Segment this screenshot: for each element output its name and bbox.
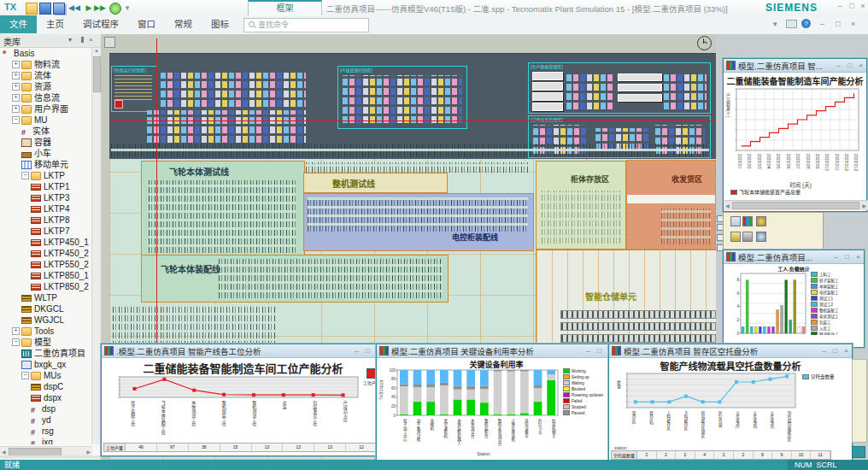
command-search-box[interactable]: 查找命令 [243,18,369,32]
scrollbar-thumb[interactable] [93,56,101,92]
window-title-bar[interactable]: 模型.二重仿真项目 关键设备利用率分析 – □ × [377,344,616,358]
tree-item-LKTP4[interactable]: LKTP4 [0,203,92,214]
tree-expander-icon[interactable]: + [12,327,20,335]
tree-vertical-scrollbar[interactable]: ▲ [91,48,101,444]
tree-item-信息流[interactable]: +信息流 [0,92,92,103]
tree-item-DKGCL[interactable]: DKGCL [0,303,92,314]
chart-icon[interactable] [742,216,753,226]
tree-item-bxgk_qx[interactable]: bxgk_qx [0,359,92,370]
play-simulation-icon[interactable]: ▶ [84,3,94,13]
tree-item-dspC[interactable]: dspC [0,381,92,392]
tree-item-实体[interactable]: 实体 [0,126,92,137]
tree-expander-icon[interactable]: + [12,72,20,79]
frame-tab[interactable]: 框架 [248,0,322,16]
child-close-button[interactable]: × [851,20,855,28]
ribbon-tab-文件[interactable]: 文件 [0,15,37,33]
scroll-left-icon[interactable]: ◀ [2,449,6,455]
close-button[interactable]: × [855,62,866,69]
ribbon-tab-常规[interactable]: 常规 [165,15,202,33]
panel-menu-icon[interactable]: ▾ [68,36,72,44]
tree-item-物料流[interactable]: +物料流 [0,59,92,70]
save-icon[interactable] [39,3,51,15]
child-restore-button[interactable]: □ [836,20,840,28]
tree-item-dsp[interactable]: dsp [0,403,92,414]
tree-item-rsg[interactable]: rsg [0,426,92,437]
tree-item-Basis[interactable]: Basis [0,48,92,59]
minimize-button[interactable]: – [833,62,844,69]
window-title-bar[interactable]: 模型.二重仿真项目 暂存区空托盘分析 – □ × [609,344,852,358]
tree-item-用户界面[interactable]: +用户界面 [0,103,92,115]
save-all-icon[interactable] [53,3,65,15]
tree-item-LKTP8[interactable]: LKTP8 [0,214,92,226]
open-model-icon[interactable] [26,3,38,15]
tree-item-LKTP850_2[interactable]: LKTP850_2 [0,281,92,292]
maximize-button[interactable]: □ [830,347,841,355]
table-icon[interactable] [730,216,741,226]
tree-item-LKTP7[interactable]: LKTP7 [0,226,92,237]
tree-item-LKTP3[interactable]: LKTP3 [0,192,92,203]
tree-item-WGJCL[interactable]: WGJCL [0,314,92,326]
tree-expander-icon[interactable]: − [12,338,20,346]
pin-icon[interactable] [81,37,84,43]
tree-item-Tools[interactable]: +Tools [0,326,92,337]
tree-item-yd[interactable]: yd [0,414,92,426]
minimize-button[interactable]: – [351,347,362,355]
window-title-bar[interactable]: .模型.二重仿真项目 智能产线各工位分析 – □ × [102,344,384,358]
tree-expander-icon[interactable]: + [12,105,20,113]
scroll-left-icon[interactable]: ◀ [725,203,730,209]
maximize-button[interactable]: □ [846,2,858,10]
tree-item-流体[interactable]: +流体 [0,70,92,81]
reset-simulation-icon[interactable]: ◀◀ [68,3,79,13]
ribbon-tab-调试程序[interactable]: 调试程序 [73,15,128,33]
minimize-button[interactable]: – [834,2,846,10]
drive-icon[interactable] [730,232,741,242]
tree-expander-icon[interactable]: − [21,172,29,179]
minimize-button[interactable]: – [818,347,830,355]
scroll-right-icon[interactable]: ▶ [86,449,91,455]
tree-item-jxg[interactable]: jxg [0,437,92,444]
close-button[interactable]: × [857,2,868,10]
tree-item-移动单元[interactable]: 移动单元 [0,159,92,170]
panel-close-icon[interactable]: × [89,36,93,44]
tree-expander-icon[interactable]: + [12,94,20,102]
display-icon[interactable] [786,20,797,28]
tree-item-模型[interactable]: −模型 [0,337,92,348]
maximize-button[interactable]: □ [594,347,605,355]
tree-item-LKTP450_1[interactable]: LKTP450_1 [0,237,92,248]
tree-item-LKTP450_2[interactable]: LKTP450_2 [0,248,92,259]
close-button[interactable]: × [853,253,864,261]
scrollbar-thumb[interactable] [732,202,860,209]
ribbon-tab-图标[interactable]: 图标 [202,15,238,33]
tree-item-MUs[interactable]: −MUs [0,370,92,381]
tree-item-LKTP850_1[interactable]: LKTP850_1 [0,270,92,281]
tree-item-小车[interactable]: 小车 [0,148,92,159]
close-button[interactable]: × [841,347,852,355]
tree-item-LKTP[interactable]: −LKTP [0,170,92,181]
tree-item-dspx[interactable]: dspx [0,392,92,403]
ribbon-caret-icon[interactable]: ▾ [773,20,777,28]
tree-expander-icon[interactable]: − [12,116,20,124]
event-controller-icon[interactable] [109,3,121,15]
chart-horizontal-scrollbar[interactable]: ◀▶ [724,200,868,210]
gear-icon[interactable] [756,216,766,226]
ribbon-tab-窗口[interactable]: 窗口 [128,15,165,33]
help-icon[interactable]: ? [801,19,811,28]
fast-forward-icon[interactable]: ▶▶ [94,3,104,13]
tree-item-二重仿真项目[interactable]: 二重仿真项目 [0,348,92,359]
tree-item-容器[interactable]: 容器 [0,137,92,148]
tree-expander-icon[interactable]: − [21,372,29,379]
tree-expander-icon[interactable]: + [12,61,20,68]
ribbon-tab-主页[interactable]: 主页 [37,15,73,33]
maximize-button[interactable]: □ [844,62,855,69]
report-icon[interactable] [742,232,753,242]
child-minimize-button[interactable]: – [820,20,824,28]
maximize-button[interactable]: □ [362,347,373,355]
minimize-button[interactable]: – [583,347,594,355]
tree-item-MU[interactable]: −MU [0,115,92,126]
tree-item-WLTP[interactable]: WLTP [0,292,92,303]
tree-expander-icon[interactable]: + [12,83,20,91]
tree-item-LKTP550_2[interactable]: LKTP550_2 [0,259,92,270]
tree-item-资源[interactable]: +资源 [0,81,92,92]
scroll-up-icon[interactable]: ▲ [94,48,99,53]
minimize-button[interactable]: – [830,253,842,261]
